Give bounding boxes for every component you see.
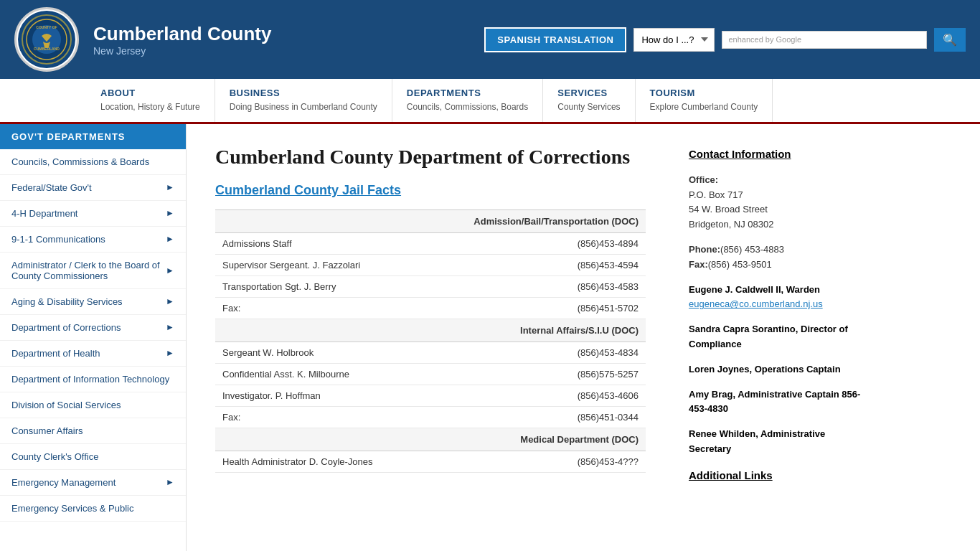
site-title: Cumberland County [93, 23, 470, 45]
sidebar-item-2[interactable]: 4-H Department► [0, 201, 186, 227]
warden-email[interactable]: eugeneca@co.cumberland.nj.us [689, 298, 823, 309]
admin-captain-block: Amy Brag, Administrative Captain 856-453… [689, 387, 861, 418]
sidebar-label-4: Administrator / Clerk to the Board of Co… [11, 260, 166, 281]
jail-facts-link[interactable]: Cumberland County Jail Facts [215, 183, 646, 198]
sidebar-arrow-3: ► [166, 234, 174, 244]
table-section-header-1: Internal Affairs/S.I.U (DOC) [215, 319, 646, 342]
nav-sub-tourism: Explore Cumberland County [650, 101, 758, 113]
sidebar: GOV'T DEPARTMENTS Councils, Commissions … [0, 124, 187, 551]
address-line2: 54 W. Broad Street [689, 204, 768, 215]
sidebar-label-6: Department of Corrections [11, 322, 121, 333]
search-wrapper: enhanced by Google [722, 31, 927, 49]
admin-captain: Amy Brag, Administrative Captain 856-453… [689, 389, 860, 415]
sidebar-arrow-12: ► [166, 477, 174, 487]
row-name-0-3: Fax: [215, 297, 510, 319]
sidebar-label-0: Councils, Commissions & Boards [11, 156, 149, 167]
main-content: Cumberland County Department of Correcti… [187, 124, 674, 551]
sidebar-item-11[interactable]: County Clerk's Office [0, 444, 186, 470]
site-subtitle: New Jersey [93, 45, 470, 57]
sidebar-item-10[interactable]: Consumer Affairs [0, 418, 186, 444]
row-phone-0-2: (856)453-4583 [510, 276, 646, 297]
sidebar-arrow-6: ► [166, 322, 174, 332]
spanish-translation-button[interactable]: SPANISH TRANSLATION [484, 27, 626, 52]
dept-table: Admission/Bail/Transportation (DOC)Admis… [215, 209, 646, 473]
nav-item-about[interactable]: ABOUTLocation, History & Future [86, 79, 215, 122]
table-row: Transportation Sgt. J. Berry(856)453-458… [215, 276, 646, 297]
sidebar-item-5[interactable]: Aging & Disability Services► [0, 289, 186, 315]
search-input[interactable] [806, 34, 920, 45]
nav-sub-business: Doing Business in Cumberland County [230, 101, 377, 113]
warden-name: Eugene J. Caldwell II, Warden [689, 284, 820, 295]
sidebar-arrow-7: ► [166, 348, 174, 358]
nav-sub-departments: Councils, Commissions, Boards [407, 101, 528, 113]
address-line3: Bridgeton, NJ 08302 [689, 219, 774, 230]
sidebar-item-1[interactable]: Federal/State Gov't► [0, 175, 186, 201]
sidebar-item-13[interactable]: Emergency Services & Public [0, 496, 186, 522]
sidebar-label-1: Federal/State Gov't [11, 182, 92, 193]
row-phone-1-0: (856)453-4834 [510, 342, 646, 363]
nav-item-business[interactable]: BUSINESSDoing Business in Cumberland Cou… [215, 79, 392, 122]
sidebar-arrow-5: ► [166, 296, 174, 306]
table-section-header-2: Medical Department (DOC) [215, 428, 646, 451]
sidebar-label-13: Emergency Services & Public [11, 503, 134, 514]
row-phone-0-1: (856)453-4594 [510, 254, 646, 276]
site-logo: COUNTY OF CUMBERLAND [14, 7, 79, 72]
sidebar-label-8: Department of Information Technology [11, 374, 169, 385]
sidebar-item-7[interactable]: Department of Health► [0, 341, 186, 367]
table-row: Health Administrator D. Coyle-Jones(856)… [215, 451, 646, 472]
nav-title-about: ABOUT [100, 88, 200, 98]
phone-number: (856) 453-4883 [720, 244, 784, 255]
nav-title-business: BUSINESS [230, 88, 377, 98]
sidebar-item-6[interactable]: Department of Corrections► [0, 315, 186, 341]
sidebar-item-8[interactable]: Department of Information Technology [0, 367, 186, 392]
sidebar-item-4[interactable]: Administrator / Clerk to the Board of Co… [0, 253, 186, 289]
nav-item-departments[interactable]: DEPARTMENTSCouncils, Commissions, Boards [392, 79, 543, 122]
admin-secretary-block: Renee Whilden, Administrative Secretary [689, 427, 861, 457]
sidebar-arrow-4: ► [166, 265, 174, 276]
table-row: Fax:(856)451-5702 [215, 297, 646, 319]
sidebar-item-0[interactable]: Councils, Commissions & Boards [0, 149, 186, 175]
logo-circle: COUNTY OF CUMBERLAND [18, 11, 75, 68]
search-button[interactable]: 🔍 [934, 28, 966, 52]
sidebar-header: GOV'T DEPARTMENTS [0, 124, 186, 149]
site-header: COUNTY OF CUMBERLAND Cumberland County N… [0, 0, 980, 79]
nav-item-tourism[interactable]: TOURISMExplore Cumberland County [636, 79, 773, 122]
section-title-1: Internal Affairs/S.I.U (DOC) [215, 319, 646, 342]
nav-item-services[interactable]: SERVICESCounty Services [543, 79, 635, 122]
ops-captain-block: Loren Joynes, Operations Captain [689, 362, 861, 377]
contact-phone-block: Phone:(856) 453-4883 Fax:(856) 453-9501 [689, 242, 861, 273]
table-section-header-0: Admission/Bail/Transportation (DOC) [215, 209, 646, 232]
row-phone-1-1: (856)575-5257 [510, 363, 646, 385]
table-row: Fax:(856)451-0344 [215, 406, 646, 428]
sidebar-item-12[interactable]: Emergency Management► [0, 470, 186, 496]
nav-sub-services: County Services [557, 101, 620, 113]
phone-label: Phone: [689, 244, 720, 255]
sidebar-arrow-2: ► [166, 208, 174, 218]
sidebar-arrow-1: ► [166, 182, 174, 192]
fax-number: (856) 453-9501 [708, 259, 772, 270]
row-name-0-0: Admissions Staff [215, 232, 510, 254]
director-block: Sandra Capra Sorantino, Director of Comp… [689, 322, 861, 352]
sidebar-label-11: County Clerk's Office [11, 451, 98, 462]
row-phone-2-0: (856)453-4??? [510, 451, 646, 472]
header-controls: SPANISH TRANSLATION How do I ...? enhanc… [484, 27, 966, 52]
table-row: Confidential Asst. K. Milbourne(856)575-… [215, 363, 646, 385]
nav-title-services: SERVICES [557, 88, 620, 98]
row-name-0-2: Transportation Sgt. J. Berry [215, 276, 510, 297]
admin-secretary: Renee Whilden, Administrative Secretary [689, 428, 825, 454]
warden-block: Eugene J. Caldwell II, Warden eugeneca@c… [689, 283, 861, 313]
row-name-1-3: Fax: [215, 406, 510, 428]
page-title: Cumberland County Department of Correcti… [215, 146, 646, 169]
row-name-1-0: Sergeant W. Holbrook [215, 342, 510, 363]
sidebar-item-3[interactable]: 9-1-1 Communications► [0, 227, 186, 253]
row-phone-1-3: (856)451-0344 [510, 406, 646, 428]
sidebar-label-9: Division of Social Services [11, 400, 121, 410]
table-row: Sergeant W. Holbrook(856)453-4834 [215, 342, 646, 363]
address-line1: P.O. Box 717 [689, 189, 743, 200]
howdoi-select[interactable]: How do I ...? [633, 28, 715, 52]
sidebar-item-9[interactable]: Division of Social Services [0, 392, 186, 418]
nav-items: ABOUTLocation, History & FutureBUSINESSD… [86, 79, 980, 122]
row-phone-1-2: (856)453-4606 [510, 385, 646, 406]
row-name-1-2: Investigator. P. Hoffman [215, 385, 510, 406]
row-name-2-0: Health Administrator D. Coyle-Jones [215, 451, 510, 472]
